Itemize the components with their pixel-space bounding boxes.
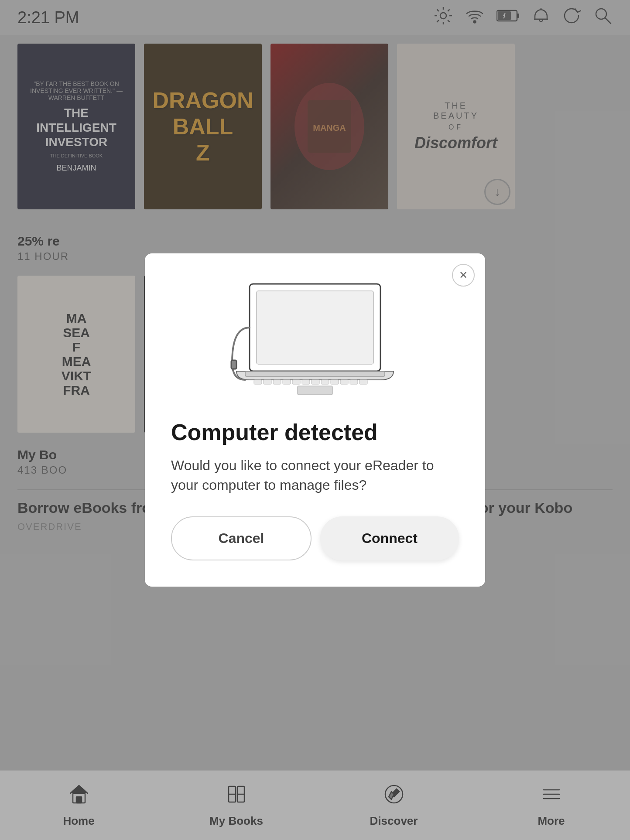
svg-rect-48	[360, 380, 367, 384]
svg-rect-37	[254, 380, 262, 384]
modal-title: Computer detected	[171, 419, 459, 445]
svg-rect-38	[264, 380, 271, 384]
svg-rect-49	[298, 386, 332, 395]
connect-button[interactable]: Connect	[320, 516, 459, 560]
close-icon: ✕	[459, 269, 468, 281]
modal-overlay: ✕	[0, 0, 630, 840]
svg-rect-41	[292, 380, 300, 384]
svg-rect-42	[302, 380, 310, 384]
svg-rect-50	[231, 360, 236, 369]
svg-rect-43	[312, 380, 319, 384]
computer-detected-modal: ✕	[145, 253, 485, 587]
modal-close-button[interactable]: ✕	[452, 264, 475, 287]
laptop-illustration	[171, 275, 459, 397]
modal-body: Would you like to connect your eReader t…	[171, 456, 459, 495]
svg-rect-47	[350, 380, 358, 384]
svg-rect-35	[257, 291, 373, 364]
modal-buttons: Cancel Connect	[171, 516, 459, 560]
svg-rect-40	[283, 380, 291, 384]
svg-rect-44	[321, 380, 329, 384]
svg-rect-46	[340, 380, 348, 384]
svg-rect-39	[273, 380, 281, 384]
svg-rect-36	[245, 371, 385, 376]
cancel-button[interactable]: Cancel	[171, 516, 312, 560]
svg-rect-45	[331, 380, 339, 384]
